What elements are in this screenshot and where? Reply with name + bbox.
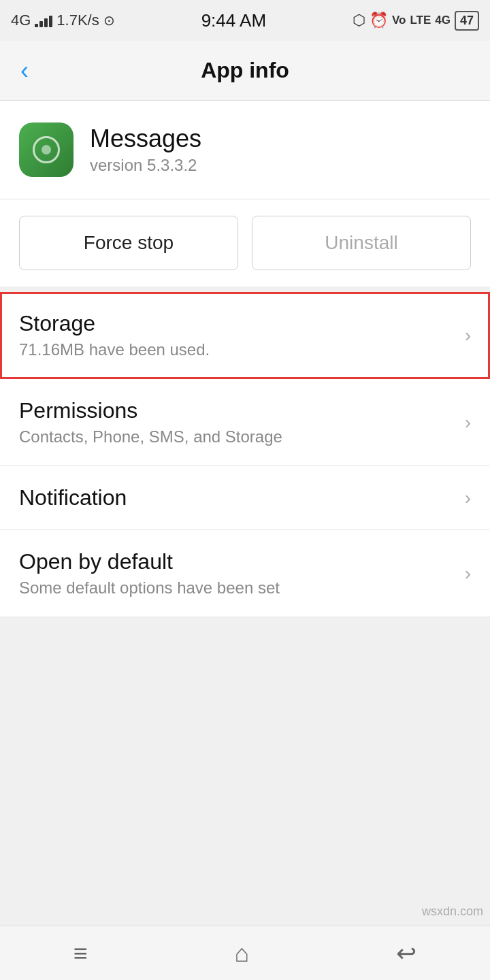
storage-subtitle: 71.16MB have been used.: [19, 340, 457, 359]
settings-list: Storage 71.16MB have been used. › Permis…: [0, 292, 490, 617]
storage-item[interactable]: Storage 71.16MB have been used. ›: [0, 292, 490, 379]
signal-bars: [35, 14, 52, 27]
open-by-default-content: Open by default Some default options hav…: [19, 549, 457, 598]
app-name-block: Messages version 5.3.3.2: [90, 125, 201, 175]
status-right: ⬡ ⏰ Vo LTE 4G 47: [353, 11, 479, 31]
menu-button[interactable]: ≡: [74, 939, 88, 968]
whatsapp-icon: ⊙: [103, 12, 115, 29]
status-time: 9:44 AM: [201, 10, 266, 31]
app-version: version 5.3.3.2: [90, 156, 201, 175]
permissions-title: Permissions: [19, 398, 457, 423]
back-button[interactable]: ‹: [14, 52, 35, 90]
app-icon-inner: [33, 136, 60, 163]
network-speed: 1.7K/s: [56, 12, 99, 29]
watermark: wsxdn.com: [422, 904, 483, 919]
permissions-chevron: ›: [465, 412, 471, 434]
status-bar: 4G 1.7K/s ⊙ 9:44 AM ⬡ ⏰ Vo LTE 4G 47: [0, 0, 490, 41]
app-name: Messages: [90, 125, 201, 153]
notification-title: Notification: [19, 485, 457, 510]
open-by-default-title: Open by default: [19, 549, 457, 574]
open-by-default-item[interactable]: Open by default Some default options hav…: [0, 530, 490, 617]
permissions-item-content: Permissions Contacts, Phone, SMS, and St…: [19, 398, 457, 446]
network-type: 4G: [11, 12, 31, 29]
storage-title: Storage: [19, 311, 457, 336]
bottom-nav: ≡ ⌂ ↩: [0, 926, 490, 980]
open-by-default-subtitle: Some default options have been set: [19, 578, 457, 598]
bluetooth-icon: ⬡: [353, 12, 365, 29]
home-button[interactable]: ⌂: [235, 939, 250, 968]
notification-chevron: ›: [465, 487, 471, 509]
alarm-icon: ⏰: [370, 12, 388, 29]
storage-chevron: ›: [465, 325, 471, 346]
lte-label: LTE: [410, 14, 431, 27]
app-info-section: Messages version 5.3.3.2: [0, 101, 490, 199]
status-left: 4G 1.7K/s ⊙: [11, 12, 115, 29]
notification-item[interactable]: Notification ›: [0, 466, 490, 530]
battery-indicator: 47: [455, 11, 479, 31]
storage-item-content: Storage 71.16MB have been used.: [19, 311, 457, 359]
permissions-subtitle: Contacts, Phone, SMS, and Storage: [19, 427, 457, 446]
permissions-item[interactable]: Permissions Contacts, Phone, SMS, and St…: [0, 379, 490, 466]
buttons-section: Force stop Uninstall: [0, 199, 490, 292]
nav-bar: ‹ App info: [0, 41, 490, 101]
notification-item-content: Notification: [19, 485, 457, 510]
battery-level: 47: [460, 14, 474, 27]
volte-label: Vo: [392, 14, 406, 27]
app-icon: [19, 122, 74, 177]
page-title: App info: [201, 58, 289, 83]
4g-label: 4G: [435, 14, 451, 27]
uninstall-button[interactable]: Uninstall: [252, 216, 471, 270]
back-nav-button[interactable]: ↩: [396, 939, 416, 968]
open-by-default-chevron: ›: [465, 563, 471, 585]
force-stop-button[interactable]: Force stop: [19, 216, 238, 270]
